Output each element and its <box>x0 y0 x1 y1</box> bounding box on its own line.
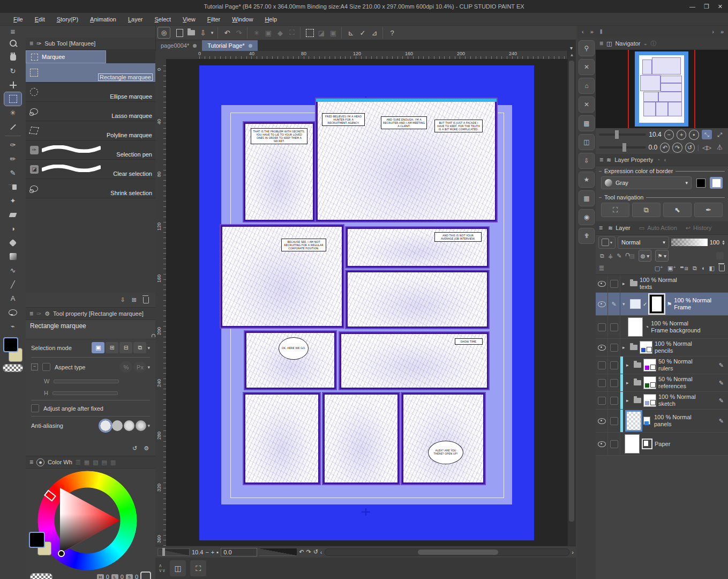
tab-history[interactable]: ↩ History <box>682 222 715 234</box>
panel-1-driving[interactable]: THAT IS THE PROBLEM WITH SECRETS. YOU HA… <box>244 122 314 221</box>
rotation-slider[interactable] <box>259 548 297 556</box>
material-3d-building-folder-icon[interactable]: ▦ <box>579 190 595 206</box>
selection-mode-add-button[interactable]: ⊞ <box>106 342 118 353</box>
comic-page[interactable]: THAT IS THE PROBLEM WITH SECRETS. YOU HA… <box>199 65 534 540</box>
w-input[interactable] <box>54 380 119 383</box>
anti-aliasing-strong-button[interactable] <box>136 420 146 431</box>
color-slider-tab-icon[interactable]: ☰ <box>76 459 81 466</box>
foreground-color-swatch[interactable] <box>3 337 18 352</box>
layer-row-frame[interactable]: ✎ ▾ ✓ ⚑ 100 % Normal Frame <box>596 293 728 316</box>
selection-mode-new-button[interactable]: ▣ <box>92 342 104 353</box>
tool-line[interactable]: ╱ <box>4 278 21 291</box>
visibility-eye-icon[interactable] <box>598 281 606 287</box>
clip-to-layer-below-icon[interactable]: ⧉ <box>600 253 604 259</box>
scroll-left-icon[interactable]: ‹ <box>320 549 322 555</box>
item-bank-tab-icon[interactable]: ⓘ <box>650 40 656 48</box>
selection-mode-intersect-button[interactable]: ⧉ <box>133 342 146 353</box>
foreground-color-swatch[interactable] <box>29 532 45 548</box>
subtool-polyline-marquee[interactable]: Polyline marquee <box>26 121 155 140</box>
pen-target-icon[interactable]: ✎ <box>719 418 726 425</box>
edit-frame-border-button[interactable]: ⧉ <box>632 203 661 217</box>
draw-black-button[interactable] <box>694 177 707 189</box>
delete-subtool-icon[interactable] <box>143 297 149 303</box>
expression-color-select[interactable]: Gray ▾ <box>601 176 692 189</box>
toolbar-menu-icon[interactable]: ≡ <box>4 26 21 36</box>
layer-checkbox[interactable] <box>610 323 618 331</box>
open-file-icon[interactable] <box>186 27 197 38</box>
help-icon[interactable]: ? <box>387 27 397 38</box>
color-set-tab-icon[interactable]: ▦ <box>84 459 89 466</box>
flip-vertical-icon[interactable]: ⏃ <box>715 143 725 152</box>
spread-view-button[interactable]: ◫ <box>170 560 186 576</box>
menu-layer[interactable]: Layer <box>122 13 149 26</box>
selection-mode-chevron-icon[interactable]: ▾ <box>147 345 150 351</box>
list-view-icon[interactable]: ☰ <box>599 265 604 272</box>
flip-horizontal-icon[interactable]: ◁▷ <box>702 143 712 152</box>
nav-rotate-right-icon[interactable]: ↷ <box>672 143 682 153</box>
snap-special-ruler-icon[interactable]: ✓ <box>357 27 368 38</box>
blend-mode-select[interactable]: Normal ▾ <box>618 236 669 249</box>
color-display-toggle-icon[interactable] <box>140 571 151 579</box>
h-input[interactable] <box>52 391 118 395</box>
expand-arrow-icon[interactable]: ▸ <box>622 345 628 350</box>
layer-checkbox[interactable] <box>610 344 618 352</box>
object-tool-button[interactable]: ⛶ <box>601 203 629 217</box>
draft-layer-icon[interactable]: ✎ <box>617 253 621 259</box>
panel-7-showtime[interactable]: SHOW TIME. <box>340 332 489 389</box>
menu-story[interactable]: Story(P) <box>51 13 84 26</box>
visibility-eye-icon[interactable] <box>598 418 606 424</box>
expand-arrow-icon[interactable]: ▸ <box>626 362 632 368</box>
zoom-out-icon[interactable]: − <box>205 549 208 555</box>
new-layer-settings-icon[interactable]: ▣⁺ <box>667 265 676 272</box>
rotate-left-icon[interactable]: ↶ <box>299 548 304 555</box>
panel-9-walking[interactable] <box>323 393 399 484</box>
tool-gradient[interactable] <box>4 250 21 263</box>
tool-eyedropper[interactable] <box>4 120 21 133</box>
tool-hand[interactable] <box>4 50 21 64</box>
scale-rotate-icon[interactable]: ⛶ <box>287 27 297 38</box>
create-mask-icon[interactable]: ◖ <box>701 265 705 271</box>
subtool-ellipse-marquee[interactable]: Ellipse marquee <box>26 83 155 102</box>
layer-checkbox[interactable] <box>610 379 618 387</box>
transparent-color-swatch[interactable] <box>3 364 23 372</box>
dock-expand-right-icon[interactable]: » <box>721 28 724 35</box>
tool-figure[interactable]: ∿ <box>4 264 21 277</box>
transparent-color-swatch[interactable] <box>30 573 52 579</box>
sv-marker[interactable] <box>58 550 65 557</box>
dock-collapse-left-icon[interactable]: ‹ <box>582 28 584 35</box>
tool-operation[interactable]: ⌁ <box>4 320 21 333</box>
aspect-chevron-icon[interactable]: ▾ <box>147 365 150 370</box>
tool-zoom[interactable] <box>4 36 21 50</box>
menu-select[interactable]: Select <box>149 13 177 26</box>
tab-list-chevron-icon[interactable]: ▾ <box>570 45 576 51</box>
layer-thumbnail[interactable] <box>626 411 641 430</box>
dock-drag-handle-icon[interactable]: ⦀ <box>600 28 603 35</box>
balloon-tab-icon[interactable]: ◖ <box>663 157 667 163</box>
approx-color-tab-icon[interactable]: ▤ <box>102 459 107 466</box>
quick-access-icon[interactable]: ⚲ <box>579 40 595 56</box>
tool-decoration[interactable]: ✦ <box>4 194 21 207</box>
layer-thumbnail[interactable] <box>649 294 664 314</box>
panel-menu-icon[interactable]: ≡ <box>599 156 603 164</box>
layer-checkbox[interactable] <box>610 361 618 369</box>
subview-tab-icon[interactable]: ◒ <box>644 40 648 47</box>
layer-row-panels[interactable]: 100 % Normal panels ✎ <box>596 410 728 433</box>
tab-page0004[interactable]: page0004* <box>155 40 202 51</box>
panel-menu-icon[interactable]: ≡ <box>29 458 33 466</box>
nav-zoom-in-icon[interactable]: + <box>677 130 686 140</box>
redo-icon[interactable]: ↷ <box>234 27 244 38</box>
expand-arrow-icon[interactable]: ▸ <box>622 281 628 286</box>
collapse-down-icon[interactable]: ∨∨ <box>159 568 166 573</box>
visibility-checkbox[interactable] <box>598 397 606 405</box>
rotate-right-icon[interactable]: ↷ <box>306 548 311 555</box>
register-crop-button[interactable]: ⛶ <box>190 560 206 576</box>
panel-10-door[interactable]: ALEX? ARE YOU THERE? OPEN UP! <box>402 393 485 484</box>
tab-auto-action[interactable]: ▭ Auto Action <box>636 222 680 234</box>
nav-zoom-out-icon[interactable]: − <box>664 130 674 140</box>
anti-aliasing-chevron-icon[interactable]: ▾ <box>147 423 150 428</box>
merge-to-lower-icon[interactable]: ⧉ <box>693 265 697 272</box>
tool-eraser[interactable] <box>4 208 21 221</box>
tool-selection-area[interactable] <box>4 92 21 106</box>
layer-color-chip-button[interactable]: ▾ <box>598 236 616 249</box>
minimize-button[interactable]: — <box>689 3 695 10</box>
